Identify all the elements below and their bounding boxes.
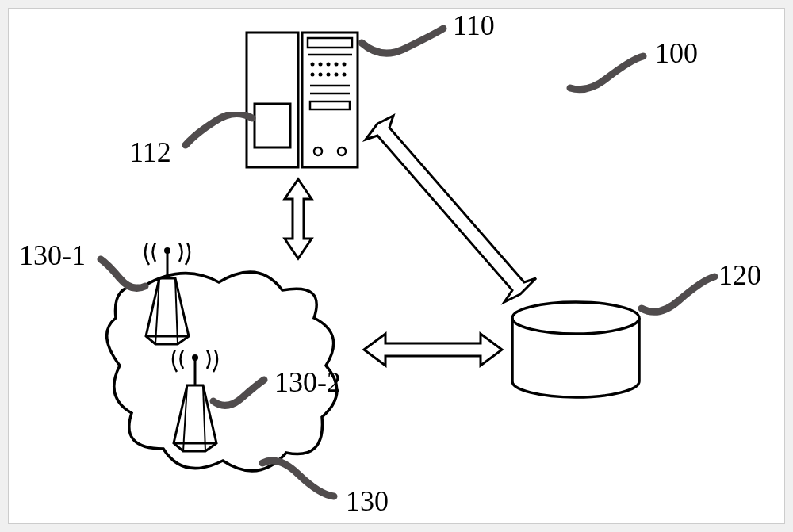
leader-112	[179, 112, 259, 151]
svg-rect-3	[308, 38, 352, 48]
arrow-server-network	[278, 175, 318, 262]
svg-rect-1	[255, 104, 290, 147]
leader-130-2	[207, 373, 270, 413]
label-110: 110	[453, 9, 495, 42]
svg-point-11	[319, 73, 323, 77]
svg-point-14	[343, 73, 347, 77]
svg-point-8	[335, 63, 339, 67]
svg-point-12	[327, 73, 331, 77]
arrow-server-db	[362, 112, 544, 310]
database-icon	[508, 298, 643, 401]
svg-point-27	[192, 354, 198, 361]
svg-rect-17	[310, 101, 350, 109]
svg-point-13	[335, 73, 339, 77]
svg-point-9	[343, 63, 347, 67]
svg-rect-2	[302, 33, 358, 167]
leader-110	[358, 21, 453, 60]
svg-point-7	[327, 63, 331, 67]
leader-130	[255, 457, 342, 504]
leader-100	[564, 50, 651, 94]
diagram-container: 110 112 100 120	[8, 8, 785, 524]
label-100: 100	[655, 36, 698, 70]
label-120: 120	[718, 258, 761, 292]
label-130-1: 130-1	[19, 239, 86, 272]
label-130-2: 130-2	[274, 366, 341, 399]
svg-point-18	[314, 147, 322, 155]
svg-point-22	[164, 247, 170, 254]
svg-point-6	[319, 63, 323, 67]
arrow-network-db	[358, 326, 508, 373]
svg-point-10	[311, 73, 315, 77]
svg-point-5	[311, 63, 315, 67]
svg-point-19	[338, 147, 346, 155]
leader-120	[635, 270, 722, 318]
label-112: 112	[129, 136, 171, 169]
leader-130-1	[96, 255, 151, 294]
label-130: 130	[346, 484, 389, 518]
server-icon	[243, 29, 362, 171]
